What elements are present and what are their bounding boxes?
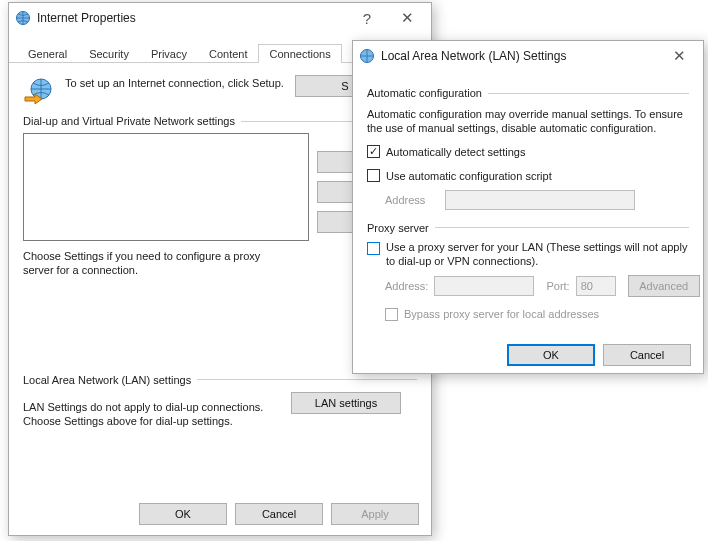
use-proxy-label: Use a proxy server for your LAN (These s… [386, 240, 689, 269]
dialog-footer: OK Cancel [353, 334, 703, 376]
setup-intro-text: To set up an Internet connection, click … [65, 75, 285, 91]
auto-detect-checkbox[interactable] [367, 145, 380, 158]
group-auto-config: Automatic configuration [367, 87, 689, 99]
proxy-address-input[interactable] [434, 276, 534, 296]
titlebar: Local Area Network (LAN) Settings ✕ [353, 41, 703, 71]
help-button[interactable]: ? [347, 4, 387, 32]
lan-settings-button[interactable]: LAN settings [291, 392, 401, 414]
dialup-listbox[interactable] [23, 133, 309, 241]
auto-script-label: Use automatic configuration script [386, 170, 552, 182]
proxy-port-input[interactable] [576, 276, 616, 296]
titlebar: Internet Properties ? ✕ [9, 3, 431, 33]
window-title: Internet Properties [37, 11, 347, 25]
auto-script-checkbox[interactable] [367, 169, 380, 182]
window-title: Local Area Network (LAN) Settings [381, 49, 659, 63]
bypass-local-label: Bypass proxy server for local addresses [404, 308, 599, 320]
ok-button[interactable]: OK [139, 503, 227, 525]
bypass-local-checkbox[interactable] [385, 308, 398, 321]
tab-privacy[interactable]: Privacy [140, 44, 198, 63]
tab-general[interactable]: General [17, 44, 78, 63]
cancel-button[interactable]: Cancel [603, 344, 691, 366]
use-proxy-checkbox[interactable] [367, 242, 380, 255]
close-button[interactable]: ✕ [659, 42, 699, 70]
apply-button[interactable]: Apply [331, 503, 419, 525]
tab-content[interactable]: Content [198, 44, 259, 63]
dial-help-text: Choose Settings if you need to configure… [23, 249, 283, 278]
group-dialup-label: Dial-up and Virtual Private Network sett… [23, 115, 235, 127]
dialog-footer: OK Cancel Apply [9, 493, 431, 535]
group-proxy: Proxy server [367, 222, 689, 234]
cancel-button[interactable]: Cancel [235, 503, 323, 525]
lan-help-text: LAN Settings do not apply to dial-up con… [23, 400, 283, 429]
proxy-address-label: Address: [385, 280, 428, 292]
ok-button[interactable]: OK [507, 344, 595, 366]
auto-detect-label: Automatically detect settings [386, 146, 525, 158]
auto-config-help: Automatic configuration may override man… [367, 107, 689, 136]
close-button[interactable]: ✕ [387, 4, 427, 32]
lan-settings-icon [359, 48, 375, 64]
group-proxy-label: Proxy server [367, 222, 429, 234]
advanced-button[interactable]: Advanced [628, 275, 700, 297]
tab-connections[interactable]: Connections [258, 44, 341, 63]
lan-settings-dialog: Local Area Network (LAN) Settings ✕ Auto… [352, 40, 704, 374]
tab-security[interactable]: Security [78, 44, 140, 63]
proxy-port-label: Port: [546, 280, 569, 292]
group-lan-label: Local Area Network (LAN) settings [23, 374, 191, 386]
group-auto-config-label: Automatic configuration [367, 87, 482, 99]
auto-script-address-label: Address [385, 194, 439, 206]
auto-script-address-input[interactable] [445, 190, 635, 210]
internet-properties-icon [15, 10, 31, 26]
globe-arrow-icon [23, 75, 55, 107]
